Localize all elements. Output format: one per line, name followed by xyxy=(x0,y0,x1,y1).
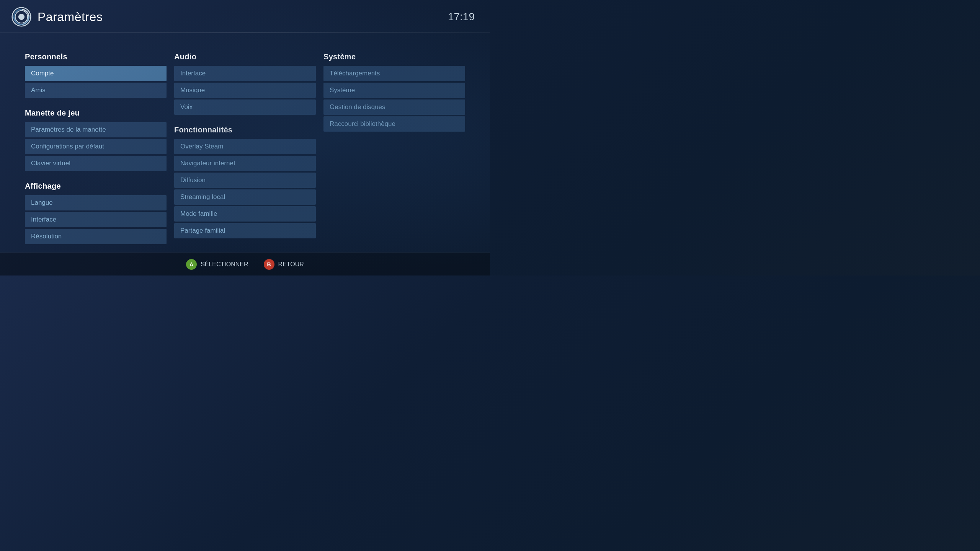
steam-logo-icon xyxy=(11,7,31,27)
menu-item-amis[interactable]: Amis xyxy=(25,83,167,98)
section-personnels: Personnels Compte Amis xyxy=(25,52,167,98)
menu-item-resolution[interactable]: Résolution xyxy=(25,229,167,244)
menu-item-mode-famille[interactable]: Mode famille xyxy=(174,206,316,222)
section-audio: Audio Interface Musique Voix xyxy=(174,52,316,115)
menu-item-interface-affichage[interactable]: Interface xyxy=(25,212,167,227)
column-middle: Audio Interface Musique Voix Fonctionnal… xyxy=(174,52,323,255)
menu-item-configurations[interactable]: Configurations par défaut xyxy=(25,139,167,154)
menu-item-raccourci-bibliotheque[interactable]: Raccourci bibliothèque xyxy=(323,116,465,132)
page-title: Paramètres xyxy=(38,10,103,24)
section-title-systeme: Système xyxy=(323,52,465,61)
section-affichage: Affichage Langue Interface Résolution xyxy=(25,182,167,244)
section-title-affichage: Affichage xyxy=(25,182,167,191)
btn-b-label: RETOUR xyxy=(278,261,304,268)
menu-item-compte[interactable]: Compte xyxy=(25,66,167,81)
menu-item-systeme[interactable]: Système xyxy=(323,83,465,98)
menu-item-diffusion[interactable]: Diffusion xyxy=(174,173,316,188)
section-fonctionnalites: Fonctionnalités Overlay Steam Navigateur… xyxy=(174,126,316,238)
menu-item-streaming-local[interactable]: Streaming local xyxy=(174,189,316,205)
menu-item-clavier-virtuel[interactable]: Clavier virtuel xyxy=(25,156,167,171)
menu-item-musique[interactable]: Musique xyxy=(174,83,316,98)
btn-b-circle: B xyxy=(264,259,274,270)
footer-btn-b: B RETOUR xyxy=(264,259,304,270)
clock: 17:19 xyxy=(448,11,475,23)
menu-item-interface-audio[interactable]: Interface xyxy=(174,66,316,81)
section-title-audio: Audio xyxy=(174,52,316,61)
main-content: Personnels Compte Amis Manette de jeu Pa… xyxy=(0,33,490,262)
footer: A SÉLECTIONNER B RETOUR xyxy=(0,253,490,276)
menu-item-partage-familial[interactable]: Partage familial xyxy=(174,223,316,238)
btn-a-label: SÉLECTIONNER xyxy=(201,261,248,268)
menu-item-voix[interactable]: Voix xyxy=(174,99,316,115)
section-title-manette: Manette de jeu xyxy=(25,109,167,117)
menu-item-overlay-steam[interactable]: Overlay Steam xyxy=(174,139,316,154)
menu-item-telechargements[interactable]: Téléchargements xyxy=(323,66,465,81)
header-left: Paramètres xyxy=(11,7,103,27)
column-right: Système Téléchargements Système Gestion … xyxy=(323,52,465,255)
footer-btn-a: A SÉLECTIONNER xyxy=(186,259,248,270)
menu-item-gestion-disques[interactable]: Gestion de disques xyxy=(323,99,465,115)
menu-item-navigateur[interactable]: Navigateur internet xyxy=(174,156,316,171)
section-systeme: Système Téléchargements Système Gestion … xyxy=(323,52,465,132)
btn-a-circle: A xyxy=(186,259,197,270)
section-manette: Manette de jeu Paramètres de la manette … xyxy=(25,109,167,171)
svg-point-2 xyxy=(18,14,24,20)
section-title-fonctionnalites: Fonctionnalités xyxy=(174,126,316,134)
header: Paramètres 17:19 xyxy=(0,0,490,33)
menu-item-parametres-manette[interactable]: Paramètres de la manette xyxy=(25,122,167,137)
section-title-personnels: Personnels xyxy=(25,52,167,61)
column-left: Personnels Compte Amis Manette de jeu Pa… xyxy=(25,52,174,255)
menu-item-langue[interactable]: Langue xyxy=(25,195,167,210)
